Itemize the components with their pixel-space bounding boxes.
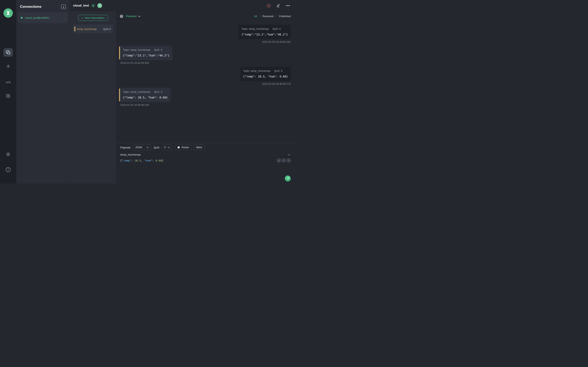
message-payload: {"temp":"23.1","hum":"46.2"} xyxy=(241,33,288,36)
code-token: { xyxy=(120,159,122,162)
message-timestamp: 2023-01-05 16:45:06:019 xyxy=(120,104,149,106)
sidebar-item-script[interactable]: </> xyxy=(6,81,11,84)
connection-name: cloud_test@m4801... xyxy=(25,16,51,19)
main-area: cloud_test 4 xyxy=(70,0,294,184)
code-token: : xyxy=(131,159,135,162)
payload-history-nav: ← − → xyxy=(277,158,291,163)
connections-panel: Connections + cloud_test@m4801... xyxy=(16,0,70,184)
history-back-button[interactable]: ← xyxy=(277,158,281,163)
view-format-value: Plaintext xyxy=(126,15,137,18)
code-token: 0.68 xyxy=(155,159,162,162)
payload-code[interactable]: {"temp": 28.5, "hum": 0.68} xyxy=(120,159,290,162)
sidebar-item-new-connection[interactable] xyxy=(6,64,10,68)
message-bubble[interactable]: Topic: temp_hum/emqxQoS: 0{"temp":"23.1"… xyxy=(238,25,291,39)
payload-format-select[interactable]: JSON xyxy=(133,145,151,150)
message-color-bar xyxy=(119,47,120,59)
code-token: "temp" xyxy=(122,159,131,162)
sidebar-item-help[interactable]: ? xyxy=(6,167,11,172)
chevron-down-icon xyxy=(138,16,140,17)
qos-label: QoS: xyxy=(154,146,160,149)
connections-title: Connections xyxy=(20,5,42,9)
subscription-count-badge: 4 xyxy=(97,3,102,8)
gear-icon: ⚙ xyxy=(6,152,10,157)
message-qos: QoS: 0 xyxy=(273,27,281,30)
subscription-item[interactable]: temp_hum/emqxQoS 0 xyxy=(73,25,113,33)
code-icon: </> xyxy=(6,81,11,84)
subscription-topic: temp_hum/emqx xyxy=(77,27,103,31)
publish-topic-input[interactable]: temp_hum/emqx xyxy=(120,153,288,156)
ellipsis-icon: ••• xyxy=(286,4,290,7)
subscription-color-bar xyxy=(74,26,75,31)
message-received: Topic: temp_hum/emqxQoS: 0{"temp":"23.1"… xyxy=(119,46,291,64)
sidebar-item-connections[interactable] xyxy=(3,48,13,57)
new-subscription-button[interactable]: + New Subscription xyxy=(78,15,108,21)
sidebar-item-log[interactable] xyxy=(6,94,10,98)
meta-label: Meta xyxy=(196,146,202,149)
payload-editor[interactable]: {"temp": 28.5, "hum": 0.68} ← − → xyxy=(117,157,294,184)
filter-received[interactable]: Received xyxy=(263,15,274,18)
history-forward-button[interactable]: → xyxy=(286,158,291,163)
message-qos: QoS: 0 xyxy=(154,48,162,51)
message-qos: QoS: 0 xyxy=(154,90,162,93)
sidebar-item-settings[interactable]: ⚙ xyxy=(6,152,10,157)
code-token: } xyxy=(162,159,164,162)
message-payload: {"temp":"23.1","hum":"46.2"} xyxy=(123,53,169,58)
message-filters: AllReceivedPublished xyxy=(254,15,291,18)
log-icon xyxy=(6,94,10,98)
meta-button[interactable]: Meta xyxy=(194,145,205,150)
message-bubble[interactable]: Topic: temp_hum/emqxQoS: 0{"temp": 28.5,… xyxy=(240,67,291,81)
help-icon: ? xyxy=(6,167,11,172)
plus-icon xyxy=(6,64,10,68)
connections-icon xyxy=(6,50,10,54)
retain-dot-icon xyxy=(178,146,180,149)
disconnect-button[interactable] xyxy=(267,3,271,8)
code-token: 28.5 xyxy=(135,159,141,162)
payload-format-help-icon[interactable]: ? xyxy=(120,15,123,18)
view-format-select[interactable]: Plaintext xyxy=(126,15,140,18)
message-list: Topic: temp_hum/emqxQoS: 0{"temp":"23.1"… xyxy=(117,21,294,143)
connection-header: cloud_test 4 xyxy=(70,0,294,11)
mqttx-logo-icon xyxy=(3,8,13,18)
messages-toolbar: ? Plaintext AllReceivedPublished xyxy=(117,11,294,21)
plus-icon: + xyxy=(63,5,65,8)
add-connection-button[interactable]: + xyxy=(61,4,66,9)
message-payload: {"temp": 28.5, "hum": 0.68} xyxy=(243,75,288,78)
chevron-down-icon xyxy=(146,147,149,148)
filter-published[interactable]: Published xyxy=(279,15,291,18)
code-token: , xyxy=(141,159,144,162)
mqttx-app: </> ⚙ ? Connections + xyxy=(0,0,294,184)
message-published: Topic: temp_hum/emqxQoS: 0{"temp":"23.1"… xyxy=(119,25,291,43)
collapse-editor-icon[interactable] xyxy=(288,154,290,156)
new-subscription-label: New Subscription xyxy=(85,17,104,19)
message-payload: {"temp": 28.5, "hum": 0.68} xyxy=(123,95,168,100)
icon-rail: </> ⚙ ? xyxy=(0,0,16,184)
page-title: cloud_test xyxy=(73,4,89,7)
message-topic: Topic: temp_hum/emqx xyxy=(123,48,150,51)
code-token: "hum" xyxy=(144,159,152,162)
history-clear-button[interactable]: − xyxy=(282,158,286,163)
more-options-button[interactable]: ••• xyxy=(286,4,290,7)
message-bubble[interactable]: Topic: temp_hum/emqxQoS: 0{"temp":"23.1"… xyxy=(119,46,172,60)
edit-connection-button[interactable] xyxy=(276,3,280,8)
messages-pane: ? Plaintext AllReceivedPublished Topic: … xyxy=(117,11,294,184)
send-icon xyxy=(286,177,289,180)
pencil-icon xyxy=(276,3,280,8)
payload-label: Payload: xyxy=(120,146,131,149)
qos-select[interactable]: 0 xyxy=(162,145,172,150)
message-qos: QoS: 0 xyxy=(274,69,282,72)
message-topic: Topic: temp_hum/emqx xyxy=(241,27,269,30)
publish-panel: Payload: JSON QoS: 0 xyxy=(117,143,294,184)
message-bubble[interactable]: Topic: temp_hum/emqxQoS: 0{"temp": 28.5,… xyxy=(119,88,171,102)
qos-value: 0 xyxy=(164,146,165,149)
message-topic: Topic: temp_hum/emqx xyxy=(123,90,150,93)
message-timestamp: 2023-01-05 16:44:55:281 xyxy=(262,41,291,43)
retain-toggle[interactable]: Retain xyxy=(175,145,191,150)
send-button[interactable] xyxy=(285,175,291,182)
payload-format-value: JSON xyxy=(135,146,142,149)
subscriptions-column: + New Subscription temp_hum/emqxQoS 0 xyxy=(70,11,117,184)
message-timestamp: 2023-01-05 16:44:55:529 xyxy=(120,62,149,64)
collapse-connection-icon[interactable] xyxy=(91,4,95,7)
connection-list-item[interactable]: cloud_test@m4801... xyxy=(18,12,68,23)
filter-all[interactable]: All xyxy=(254,15,257,18)
filter-divider xyxy=(276,15,277,18)
